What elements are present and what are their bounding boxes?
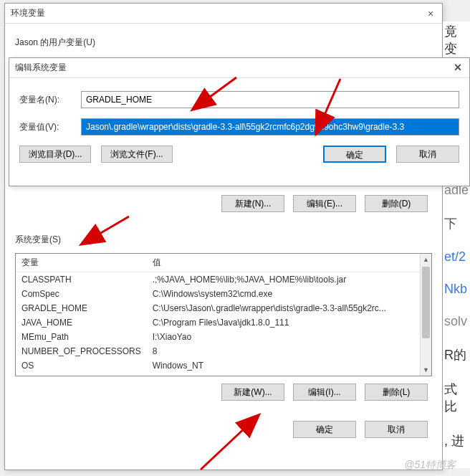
browse-file-button[interactable]: 浏览文件(F)...	[101, 146, 173, 163]
table-row[interactable]: OSWindows_NT	[16, 358, 431, 373]
edit-cancel-button[interactable]: 取消	[396, 146, 459, 163]
user-delete-button[interactable]: 删除(D)	[365, 195, 428, 212]
scroll-thumb[interactable]	[422, 267, 430, 338]
sys-edit-button[interactable]: 编辑(I)...	[293, 384, 356, 401]
user-vars-label: Jason 的用户变量(U)	[15, 31, 432, 52]
close-icon[interactable]: ×	[452, 62, 464, 74]
table-row[interactable]: ComSpecC:\Windows\system32\cmd.exe	[16, 287, 431, 301]
sys-new-button[interactable]: 新建(W)...	[221, 384, 284, 401]
env-ok-button[interactable]: 确定	[293, 421, 356, 438]
var-name-label: 变量名(N):	[19, 94, 81, 106]
sys-vars-label: 系统变量(S)	[15, 228, 432, 249]
edit-ok-button[interactable]: 确定	[323, 146, 386, 163]
scrollbar[interactable]: ▲ ▼	[420, 254, 431, 376]
sys-vars-table[interactable]: 变量 值 CLASSPATH.;%JAVA_HOME%\lib;%JAVA_HO…	[15, 253, 432, 376]
titlebar: 环境变量 ×	[5, 4, 442, 24]
table-row[interactable]: JAVA_HOMEC:\Program Files\Java\jdk1.8.0_…	[16, 315, 431, 330]
browse-dir-button[interactable]: 浏览目录(D)...	[19, 146, 91, 163]
close-icon[interactable]: ×	[425, 8, 436, 19]
user-edit-button[interactable]: 编辑(E)...	[293, 195, 356, 212]
table-row[interactable]: NUMBER_OF_PROCESSORS8	[16, 344, 431, 358]
window-title: 环境变量	[11, 7, 45, 19]
watermark: @51特博客	[404, 459, 456, 472]
titlebar: 编辑系统变量 ×	[9, 58, 469, 78]
var-value-input[interactable]	[81, 118, 459, 135]
dialog-title: 编辑系统变量	[15, 62, 67, 74]
table-row[interactable]: CLASSPATH.;%JAVA_HOME%\lib;%JAVA_HOME%\l…	[16, 272, 431, 287]
scroll-down-icon[interactable]: ▼	[421, 364, 431, 376]
edit-sysvar-dialog: 编辑系统变量 × 变量名(N): 变量值(V): 浏览目录(D)... 浏览文件…	[9, 57, 470, 186]
env-cancel-button[interactable]: 取消	[365, 421, 428, 438]
col-val[interactable]: 值	[147, 254, 431, 272]
col-var[interactable]: 变量	[16, 254, 147, 272]
table-row[interactable]: MEmu_PathI:\XiaoYao	[16, 330, 431, 344]
scroll-up-icon[interactable]: ▲	[421, 254, 431, 265]
user-new-button[interactable]: 新建(N)...	[221, 195, 284, 212]
table-row[interactable]: GRADLE_HOMEC:\Users\Jason\.gradle\wrappe…	[16, 301, 431, 315]
var-value-label: 变量值(V):	[19, 121, 81, 133]
var-name-input[interactable]	[81, 91, 459, 108]
sys-delete-button[interactable]: 删除(L)	[365, 384, 428, 401]
